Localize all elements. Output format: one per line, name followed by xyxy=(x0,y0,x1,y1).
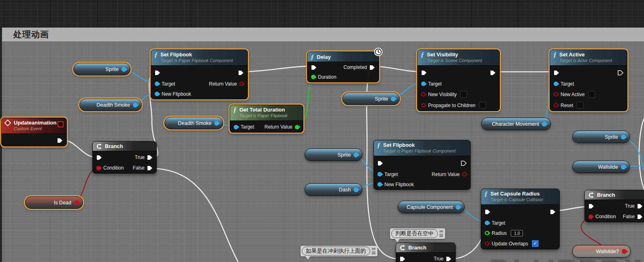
function-icon: ƒ xyxy=(233,106,237,113)
variable-pill-sprite-1[interactable]: Sprite xyxy=(73,63,130,75)
variable-pill-sprite-2[interactable]: Sprite xyxy=(342,92,400,105)
output-pin[interactable] xyxy=(74,200,79,205)
radius-input[interactable]: 1.0 xyxy=(511,230,523,236)
blueprint-canvas[interactable]: 处理动画 BLUEPRINT xyxy=(0,0,644,262)
update-overlaps-pin[interactable] xyxy=(485,241,489,246)
duration-pin[interactable] xyxy=(311,75,316,79)
output-pin[interactable] xyxy=(354,152,358,157)
exec-out-pin[interactable] xyxy=(461,161,467,166)
node-title: Set Flipbook xyxy=(160,51,233,58)
bubble-pin-icon[interactable] xyxy=(372,248,376,254)
condition-pin[interactable] xyxy=(589,215,593,219)
function-icon: ƒ xyxy=(553,51,557,58)
target-pin[interactable] xyxy=(421,82,426,86)
variable-pill-deadth-smoke-1[interactable]: Deadth Smoke xyxy=(79,99,142,111)
delegate-pin[interactable] xyxy=(58,121,64,127)
exec-in-pin[interactable] xyxy=(155,70,160,75)
exec-false-pin[interactable] xyxy=(147,165,153,171)
branch-icon xyxy=(588,192,594,198)
exec-out-pin[interactable] xyxy=(238,70,244,75)
variable-pill-sprite-3[interactable]: Sprite xyxy=(572,131,630,143)
node-title: Get Total Duration xyxy=(239,106,288,113)
output-pin[interactable] xyxy=(456,205,461,210)
node-set-capsule-radius[interactable]: ƒSet Capsule RadiusTarget is Capsule Col… xyxy=(481,189,560,249)
exec-in-pin[interactable] xyxy=(589,204,594,209)
bubble-pin-icon[interactable] xyxy=(439,230,444,237)
variable-pill-character-movement[interactable]: Character Movement xyxy=(481,118,551,130)
variable-pill-deadth-smoke-2[interactable]: Deadth Smoke xyxy=(164,117,223,129)
target-pin[interactable] xyxy=(377,172,382,176)
exec-in-pin[interactable] xyxy=(554,70,559,75)
exec-in-pin[interactable] xyxy=(421,70,427,75)
node-set-active[interactable]: ƒSet ActiveTarget is Actor Component Tar… xyxy=(550,49,627,111)
variable-pill-wallslide[interactable]: Wallslide xyxy=(572,161,630,173)
node-branch-1[interactable]: Branch True ConditionFalse xyxy=(92,141,157,174)
variable-pill-capsule-component[interactable]: Capsule Component xyxy=(398,201,465,213)
reset-pin[interactable] xyxy=(554,103,558,107)
exec-false-pin[interactable] xyxy=(637,214,643,219)
radius-pin[interactable] xyxy=(485,231,489,235)
variable-pill-sprite-4[interactable]: Sprite xyxy=(305,148,363,161)
new-active-checkbox[interactable] xyxy=(588,91,595,98)
return-value-pin[interactable] xyxy=(295,125,299,129)
function-icon: ƒ xyxy=(421,51,424,58)
exec-out-pin[interactable] xyxy=(618,70,623,75)
output-pin[interactable] xyxy=(542,122,547,127)
exec-in-pin[interactable] xyxy=(96,155,102,160)
return-value-pin[interactable] xyxy=(239,82,244,86)
exec-true-pin[interactable] xyxy=(637,204,643,209)
node-set-flipbook-2[interactable]: ƒSet FlipbookTarget is Paper Flipbook Co… xyxy=(373,140,471,190)
branch-icon xyxy=(399,245,405,251)
exec-in-pin[interactable] xyxy=(400,256,405,262)
node-title: Delay xyxy=(317,54,331,60)
return-value-pin[interactable] xyxy=(462,172,467,176)
output-pin[interactable] xyxy=(621,165,626,170)
exec-in-pin[interactable] xyxy=(311,65,317,70)
exec-out-pin[interactable] xyxy=(550,209,556,215)
comment-title: 处理动画 xyxy=(13,29,49,40)
exec-in-pin[interactable] xyxy=(377,161,383,166)
exec-true-pin[interactable] xyxy=(446,256,452,262)
output-pin[interactable] xyxy=(133,103,138,107)
node-title: Branch xyxy=(597,191,615,198)
target-pin[interactable] xyxy=(485,221,489,225)
node-get-total-duration[interactable]: ƒGet Total DurationTarget is Paper Flipb… xyxy=(230,105,303,133)
node-updateanimation[interactable]: UpdateanimationCustom Event xyxy=(1,118,67,146)
new-visibility-checkbox[interactable] xyxy=(460,91,467,98)
bubble-pointer xyxy=(305,256,310,260)
exec-in-pin[interactable] xyxy=(485,209,490,215)
variable-pill-is-dead[interactable]: Is Dead xyxy=(25,196,83,209)
output-pin[interactable] xyxy=(214,121,219,126)
exec-completed-pin[interactable] xyxy=(369,65,375,70)
target-pin[interactable] xyxy=(234,125,238,129)
output-pin[interactable] xyxy=(122,67,126,72)
node-branch-2[interactable]: Branch True ConditionFalse xyxy=(584,190,644,222)
comment-bubble-dash-note[interactable]: 如果是在冲刺执行上面的 xyxy=(301,246,377,256)
propagate-pin[interactable] xyxy=(421,103,426,107)
comment-bubble-air-check[interactable]: 判断是否在空中 xyxy=(390,228,445,239)
exec-out-pin[interactable] xyxy=(57,138,63,143)
variable-pill-dash[interactable]: Dash xyxy=(305,183,363,196)
new-flipbook-pin[interactable] xyxy=(155,92,159,96)
node-delay[interactable]: ƒDelay Completed Duration xyxy=(307,52,379,82)
target-pin[interactable] xyxy=(554,82,558,86)
target-pin[interactable] xyxy=(155,82,159,86)
output-pin[interactable] xyxy=(354,187,358,192)
comment-header[interactable]: 处理动画 xyxy=(2,28,644,41)
node-set-visibility[interactable]: ƒSet VisibilityTarget is Scene Component… xyxy=(417,49,500,111)
new-visibility-pin[interactable] xyxy=(421,92,426,97)
output-pin[interactable] xyxy=(621,135,626,140)
exec-true-pin[interactable] xyxy=(147,155,153,160)
reset-checkbox[interactable] xyxy=(577,102,584,109)
node-branch-3[interactable]: Branch True ConditionFalse xyxy=(396,243,456,262)
exec-out-pin[interactable] xyxy=(490,70,496,75)
output-pin[interactable] xyxy=(391,97,396,101)
output-pin[interactable] xyxy=(622,249,627,254)
propagate-checkbox[interactable] xyxy=(479,102,486,109)
update-overlaps-checkbox[interactable]: ✓ xyxy=(532,240,539,247)
new-flipbook-pin[interactable] xyxy=(377,182,382,187)
node-set-flipbook-1[interactable]: ƒSet FlipbookTarget is Paper Flipbook Co… xyxy=(151,49,248,99)
variable-pill-wallslide-q[interactable]: Wallslide? xyxy=(572,245,631,258)
condition-pin[interactable] xyxy=(96,166,101,170)
new-active-pin[interactable] xyxy=(554,92,558,97)
